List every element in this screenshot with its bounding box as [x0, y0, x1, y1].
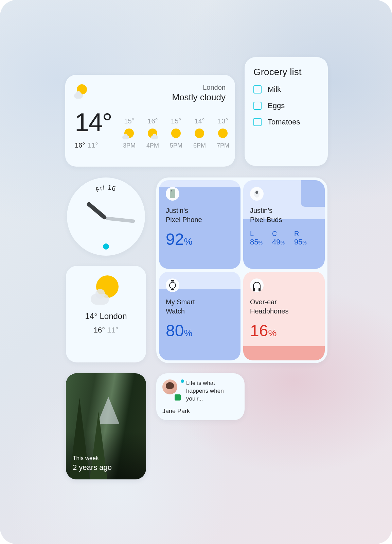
message-sender: Jane Park — [162, 408, 238, 415]
weather-condition: Mostly cloudy — [172, 92, 226, 103]
checkbox-icon[interactable] — [253, 102, 262, 110]
sun-icon — [171, 128, 181, 139]
weather-hilo: 16°11° — [75, 141, 112, 149]
grocery-list-widget[interactable]: Grocery list Milk Eggs Tomatoes — [245, 57, 328, 166]
sun-cloud-icon — [124, 128, 135, 139]
photo-line2: 2 years ago — [73, 463, 112, 472]
clock-date: Fri 16 — [95, 184, 117, 191]
checkbox-icon[interactable] — [253, 85, 262, 94]
hour-hand-icon — [86, 201, 107, 220]
minute-hand-icon — [106, 217, 135, 223]
forecast-col: 15° 3PM — [120, 117, 139, 149]
grocery-item[interactable]: Tomatoes — [253, 118, 319, 126]
unread-dot-icon — [181, 379, 184, 383]
grocery-item[interactable]: Eggs — [253, 101, 319, 110]
weather-hilo: 16°11° — [66, 326, 146, 335]
weather-icon — [91, 275, 121, 305]
battery-phone[interactable]: Justin'sPixel Phone 92% — [159, 180, 240, 269]
weather-low: 11° — [88, 141, 98, 149]
message-preview: Life is what happens when you'r... — [186, 379, 238, 403]
grocery-title: Grocery list — [253, 67, 319, 78]
battery-pct: 16% — [250, 321, 318, 340]
sun-cloud-icon — [147, 128, 158, 139]
sun-icon — [217, 128, 228, 139]
battery-watch[interactable]: My SmartWatch 80% — [159, 272, 240, 360]
forecast-col: 14° 6PM — [190, 117, 209, 149]
grocery-item[interactable]: Milk — [253, 85, 319, 94]
photo-memory-widget[interactable]: This week 2 years ago — [66, 373, 146, 479]
weather-forecast: 15° 3PM 16° 4PM 15° 5PM 14° 6PM 13° — [120, 117, 232, 149]
weather-temp: 14° — [75, 109, 112, 135]
checkbox-icon[interactable] — [253, 118, 262, 126]
sun-icon — [194, 128, 205, 139]
battery-widget[interactable]: Justin'sPixel Phone 92% Justin'sPixel Bu… — [156, 177, 327, 363]
battery-buds[interactable]: Justin'sPixel Buds L85% C49% R95% — [243, 180, 325, 269]
clock-dot-icon — [103, 243, 109, 250]
weather-icon — [75, 84, 90, 99]
weather-widget-large[interactable]: London Mostly cloudy 14° 16°11° 15° 3PM … — [65, 75, 235, 167]
weather-temp-city: 14° London — [66, 311, 146, 321]
message-widget[interactable]: Life is what happens when you'r... Jane … — [156, 373, 245, 420]
battery-headphones[interactable]: Over-earHeadphones 16% — [243, 272, 325, 360]
message-app-icon — [175, 394, 181, 401]
forecast-col: 13° 7PM — [214, 117, 232, 149]
weather-location: London Mostly cloudy — [172, 84, 226, 103]
clock-widget[interactable]: Fri 16 — [67, 177, 145, 256]
battery-pct: 92% — [166, 230, 234, 249]
earbud-icon — [250, 187, 264, 201]
battery-pct: 80% — [166, 321, 234, 340]
weather-high: 16° — [75, 141, 85, 149]
phone-icon — [166, 187, 179, 201]
watch-icon — [166, 278, 179, 292]
forecast-col: 16° 4PM — [143, 117, 162, 149]
avatar — [162, 379, 177, 394]
headphones-icon — [250, 278, 264, 292]
weather-city: London — [172, 84, 226, 91]
buds-levels: L85% C49% R95% — [250, 230, 318, 247]
photo-line1: This week — [73, 455, 112, 462]
forecast-col: 15° 5PM — [167, 117, 185, 149]
weather-widget-small[interactable]: 14° London 16°11° — [66, 266, 146, 362]
